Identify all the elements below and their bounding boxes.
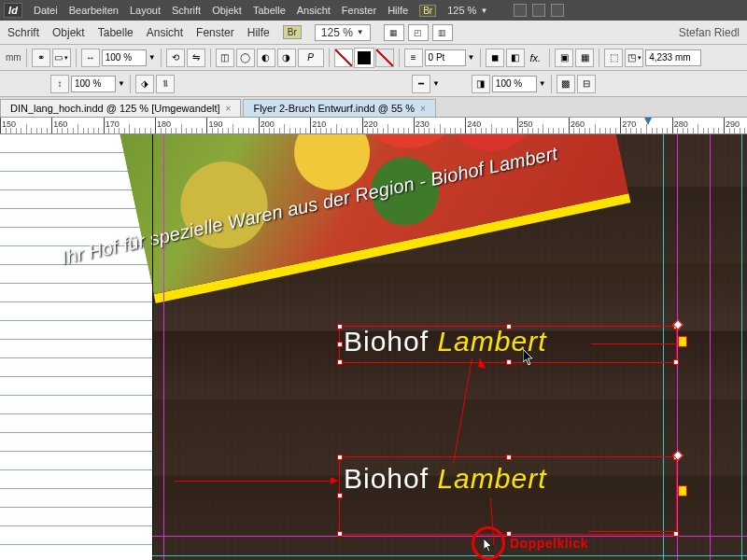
page-edge-guide — [152, 134, 153, 560]
constrain-icon[interactable]: ▭ — [52, 49, 71, 67]
app-logo: Id — [4, 3, 22, 18]
scale-x-input[interactable] — [102, 49, 147, 66]
menu2-tabelle[interactable]: Tabelle — [98, 26, 134, 39]
none-swatch-icon[interactable] — [375, 49, 394, 67]
mouse-cursor-icon — [523, 349, 534, 366]
screen-mode-icon[interactable]: ◰ — [408, 24, 429, 41]
menu-tabelle[interactable]: Tabelle — [253, 3, 286, 18]
slug-guide-right[interactable] — [741, 134, 742, 560]
stroke-weight-input[interactable] — [425, 49, 466, 66]
paragraph-style-icon[interactable]: P — [298, 49, 324, 67]
menu-objekt[interactable]: Objekt — [212, 3, 242, 18]
zoom-level-input[interactable]: 125 %▼ — [315, 24, 371, 41]
zoom-level-top[interactable]: 125 % ▼ — [447, 5, 487, 16]
menu-layout[interactable]: Layout — [130, 3, 161, 18]
menu-datei[interactable]: Datei — [34, 3, 58, 18]
menu2-hilfe[interactable]: Hilfe — [247, 26, 270, 39]
view-mode-icon-2[interactable] — [532, 4, 545, 17]
fx-button[interactable]: fx. — [527, 52, 545, 63]
unit-label: mm — [4, 52, 21, 63]
sel-next-icon[interactable]: ◑ — [277, 49, 296, 67]
sel-prev-icon[interactable]: ◐ — [257, 49, 275, 67]
overset-text-icon[interactable] — [678, 485, 687, 497]
control-panel-row2: ↕ ▼ ⬗ ⥮ ━ ▼ ◨ ▼ ▩ ⊟ — [0, 71, 747, 97]
margin-guide-bottom[interactable] — [152, 536, 747, 537]
annotation-line — [591, 343, 675, 344]
corner-shape-icon[interactable]: ◳ — [625, 49, 643, 67]
selection-frame-2[interactable] — [339, 456, 677, 535]
stroke-weight-icon: ≡ — [404, 49, 423, 67]
user-name: Stefan Riedl — [679, 26, 740, 39]
scale-y-input[interactable] — [71, 76, 116, 92]
doppelklick-label: Doppelklick — [510, 536, 588, 551]
view-mode-a-icon[interactable]: ▦ — [384, 24, 404, 41]
menu2-objekt[interactable]: Objekt — [52, 26, 85, 39]
blend-mode-icon[interactable]: ◨ — [472, 75, 490, 93]
close-icon[interactable]: × — [420, 104, 426, 114]
tab-label: Flyer 2-Bruch Entwurf.indd @ 55 % — [253, 103, 415, 114]
text-wrap-bound-icon[interactable]: ▦ — [575, 49, 594, 67]
menu-hilfe[interactable]: Hilfe — [388, 3, 408, 18]
text-wrap-jump-icon[interactable]: ⊟ — [577, 75, 596, 93]
link-icon[interactable]: ⚭ — [32, 49, 50, 67]
fill-swatch-icon[interactable] — [334, 49, 353, 67]
sel-content-icon[interactable]: ◯ — [236, 49, 255, 67]
margin-guide-left[interactable] — [163, 134, 164, 560]
tab-label: DIN_lang_hoch.indd @ 125 % [Umgewandelt] — [10, 103, 220, 114]
corner-radius-input[interactable] — [645, 49, 701, 66]
bridge-badge-icon[interactable]: Br — [419, 5, 436, 17]
lined-paper-guide — [0, 134, 152, 560]
drop-shadow-icon[interactable]: ◼ — [486, 49, 504, 67]
arrange-docs-icon[interactable]: ▥ — [432, 24, 453, 41]
menu-fenster[interactable]: Fenster — [342, 3, 376, 18]
bridge-badge-2-icon[interactable]: Br — [283, 25, 302, 39]
shear-icon[interactable]: ⬗ — [135, 75, 154, 93]
scale-y-icon: ↕ — [50, 75, 69, 93]
view-mode-icon-1[interactable] — [514, 4, 527, 17]
overset-text-icon[interactable] — [678, 336, 687, 347]
menu-bar-secondary: Schrift Objekt Tabelle Ansicht Fenster H… — [0, 21, 747, 45]
text-wrap-shape-icon[interactable]: ▩ — [557, 75, 575, 93]
menu2-schrift[interactable]: Schrift — [7, 26, 39, 39]
bleed-guide-right[interactable] — [710, 134, 711, 560]
page-guide-bottom[interactable] — [152, 555, 747, 556]
control-panel-row1: mm ⚭ ▭ ↔ ▼ ⟲ ⇋ ◫ ◯ ◐ ◑ P ≡ ▼ ◼ ◧ fx. ▣ ▦… — [0, 45, 747, 71]
flip-v-icon[interactable]: ⥮ — [156, 75, 175, 93]
text-wrap-none-icon[interactable]: ▣ — [555, 49, 573, 67]
menu-bearbeiten[interactable]: Bearbeiten — [69, 3, 119, 18]
tab-flyer-2-bruch[interactable]: Flyer 2-Bruch Entwurf.indd @ 55 % × — [243, 99, 435, 117]
sel-container-icon[interactable]: ◫ — [216, 49, 234, 67]
rotate-icon[interactable]: ⟲ — [166, 49, 185, 67]
ruler-horizontal[interactable]: 1501601701801902002102202302402502602702… — [0, 118, 747, 134]
document-tab-bar: DIN_lang_hoch.indd @ 125 % [Umgewandelt]… — [0, 97, 747, 118]
arrange-icon[interactable] — [551, 4, 564, 17]
stroke-swatch-icon[interactable] — [355, 49, 374, 67]
menu2-ansicht[interactable]: Ansicht — [147, 26, 183, 39]
app-bar: Id Datei Bearbeiten Layout Schrift Objek… — [0, 0, 747, 21]
annotation-line-2 — [588, 531, 677, 532]
opacity-input[interactable] — [492, 76, 537, 92]
stroke-style-icon[interactable]: ━ — [412, 75, 430, 93]
opacity-icon[interactable]: ◧ — [506, 49, 525, 67]
tab-din-lang-hoch[interactable]: DIN_lang_hoch.indd @ 125 % [Umgewandelt]… — [0, 99, 241, 117]
selection-frame-1[interactable] — [339, 326, 677, 363]
close-icon[interactable]: × — [226, 104, 232, 114]
menu-schrift[interactable]: Schrift — [172, 3, 201, 18]
view-layout-icons: ▦ ◰ ▥ — [384, 24, 453, 41]
scale-x-icon: ↔ — [81, 49, 100, 67]
corner-options-icon[interactable]: ⬚ — [604, 49, 623, 67]
mouse-cursor-small-icon — [484, 539, 493, 552]
document-canvas[interactable]: Ihr Hof für spezielle Waren aus der Regi… — [0, 134, 747, 560]
annotation-diagonal-arrow — [478, 357, 487, 368]
annotation-arrow-left — [174, 481, 337, 482]
flip-h-icon[interactable]: ⇋ — [187, 49, 205, 67]
menu-ansicht[interactable]: Ansicht — [297, 3, 331, 18]
workspace-icons — [514, 4, 564, 17]
menu2-fenster[interactable]: Fenster — [196, 26, 234, 39]
